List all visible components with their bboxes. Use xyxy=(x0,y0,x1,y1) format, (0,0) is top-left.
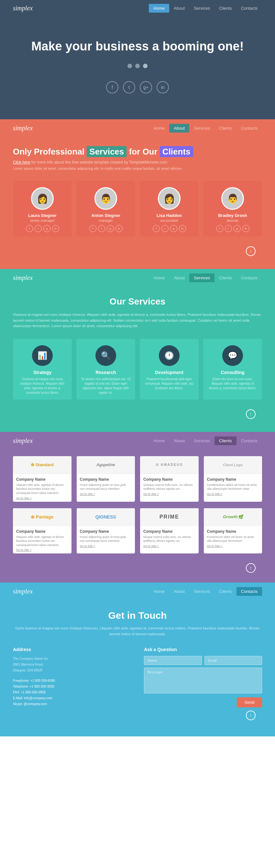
about-nav-links: Home About Services Clients Contacts xyxy=(149,124,262,132)
contacts-nav-contacts[interactable]: Contacts xyxy=(237,587,262,596)
clients-nav-clients[interactable]: Clients xyxy=(215,436,237,445)
team-fb-2[interactable]: f xyxy=(89,225,97,232)
team-social-1: f t g in xyxy=(16,225,68,232)
service-desc-consulting: Etiam dui eros na non nunc. Aliquam nibh… xyxy=(207,377,258,391)
team-gp-2[interactable]: g xyxy=(107,225,114,232)
about-nav-about[interactable]: About xyxy=(169,124,189,132)
dot-2[interactable] xyxy=(135,64,140,68)
team-gp-4[interactable]: g xyxy=(233,225,241,232)
team-gp-3[interactable]: g xyxy=(170,225,177,232)
contacts-scroll-up-button[interactable]: ↑ xyxy=(246,711,255,720)
name-input[interactable] xyxy=(144,656,202,665)
about-nav-clients[interactable]: Clients xyxy=(215,124,237,132)
nav-home[interactable]: Home xyxy=(149,4,169,12)
nav-clients[interactable]: Clients xyxy=(215,4,237,12)
services-nav-about[interactable]: About xyxy=(169,274,189,282)
services-nav-contacts[interactable]: Contacts xyxy=(237,274,262,282)
client-link-amadeus[interactable]: Go to Site > xyxy=(143,492,195,496)
submit-button[interactable]: Send xyxy=(237,697,262,707)
services-nav-services[interactable]: Services xyxy=(189,274,215,282)
team-role-1: senior manager xyxy=(16,219,68,222)
client-name-standard: Company Name xyxy=(16,477,68,482)
client-card-qioness: QIONESS Company Name Fusce adipiscing qu… xyxy=(77,508,135,554)
clients-nav-about[interactable]: About xyxy=(169,436,189,445)
team-tw-2[interactable]: t xyxy=(98,225,105,232)
clients-logo: simplex xyxy=(13,437,33,444)
team-role-4: director xyxy=(207,219,259,222)
nav-services[interactable]: Services xyxy=(189,4,215,12)
team-in-2[interactable]: in xyxy=(115,225,122,232)
clients-scroll-up-button[interactable]: ↑ xyxy=(246,563,255,573)
services-nav-home[interactable]: Home xyxy=(149,274,169,282)
client-card-standard: ⊕ Standard Company Name Aliquam nibh ant… xyxy=(13,456,72,502)
clients-nav-home[interactable]: Home xyxy=(149,436,169,445)
team-tw-1[interactable]: t xyxy=(35,225,42,232)
team-avatar-3: 👩 xyxy=(158,187,181,210)
research-icon: 🔍 xyxy=(95,345,116,366)
about-nav-home[interactable]: Home xyxy=(149,124,169,132)
contacts-nav-home[interactable]: Home xyxy=(149,587,169,596)
client-info-agapeline: Company Name Fusce adipiscing quam id ri… xyxy=(77,474,135,498)
contacts-nav-services[interactable]: Services xyxy=(189,587,215,596)
client-desc-standard: Aliquam nibh ante, egestas id dictum fau… xyxy=(16,483,68,495)
development-icon: 🕐 xyxy=(159,345,180,366)
dot-1[interactable] xyxy=(128,64,132,68)
contact-freephone: Freephone: +1 800 559-6090 xyxy=(13,678,131,684)
team-fb-4[interactable]: f xyxy=(216,225,223,232)
contacts-nav-links: Home About Services Clients Contacts xyxy=(149,587,262,596)
client-link-agapeline[interactable]: Go to Site > xyxy=(80,492,132,496)
service-card-development: 🕐 Development Praesent faucibusmal abit … xyxy=(140,339,199,400)
hero-content: Make your business a booming one! f t g+… xyxy=(0,17,275,119)
googleplus-icon[interactable]: g+ xyxy=(140,81,152,93)
clients-row-1: ⊕ Standard Company Name Aliquam nibh ant… xyxy=(13,456,262,502)
contacts-nav-clients[interactable]: Clients xyxy=(215,587,237,596)
team-fb-3[interactable]: f xyxy=(153,225,160,232)
about-nav-services[interactable]: Services xyxy=(189,124,215,132)
about-desc: Lorem ipsum dolor sit amet, consectetur … xyxy=(13,166,262,171)
team-grid: 👩 Laura Stegner senior manager f t g in … xyxy=(13,181,262,237)
client-desc-pantage: Oliquam nibh ante, egestas id dictum fau… xyxy=(16,535,68,547)
message-textarea[interactable] xyxy=(144,668,262,693)
client-link-prime[interactable]: Go to Site > xyxy=(143,545,195,548)
contact-skype: Skype: @company.com xyxy=(13,701,131,707)
about-scroll-up: ↑ xyxy=(13,243,262,259)
client-card-pantage: ⊛ Pantage Company Name Oliquam nibh ante… xyxy=(13,508,72,554)
nav-about[interactable]: About xyxy=(169,4,189,12)
services-nav-clients[interactable]: Clients xyxy=(215,274,237,282)
twitter-icon[interactable]: t xyxy=(123,81,135,93)
team-in-4[interactable]: in xyxy=(242,225,249,232)
client-link-qioness[interactable]: Go to Site > xyxy=(80,545,132,548)
nav-contacts[interactable]: Contacts xyxy=(237,4,262,12)
services-logo: simplex xyxy=(13,274,33,282)
client-link-pantage[interactable]: Go to Site > xyxy=(16,548,68,552)
client-info-qioness: Company Name Fusce adipiscing quam id ri… xyxy=(77,526,135,550)
client-link-clientlogo[interactable]: Go to Site > xyxy=(207,492,259,496)
facebook-icon[interactable]: f xyxy=(106,81,118,93)
contact-telephone-label: Telephone: xyxy=(13,685,29,688)
client-link-growth[interactable]: Go to Site > xyxy=(207,545,259,548)
team-tw-4[interactable]: t xyxy=(225,225,232,232)
dot-3[interactable] xyxy=(143,64,147,68)
client-link-standard[interactable]: Go to Site > xyxy=(16,497,68,500)
team-gp-1[interactable]: g xyxy=(43,225,51,232)
clients-nav-services[interactable]: Services xyxy=(189,436,215,445)
linkedin-icon[interactable]: in xyxy=(157,81,169,93)
client-name-qioness: Company Name xyxy=(80,529,132,534)
team-social-3: f t g in xyxy=(143,225,195,232)
services-scroll-up-button[interactable]: ↑ xyxy=(246,409,255,419)
team-social-4: f t g in xyxy=(207,225,259,232)
clients-nav-links: Home About Services Clients Contacts xyxy=(149,436,262,445)
client-desc-growth: Fuscerenum ablot vel lorem sit amet ulla… xyxy=(207,535,259,543)
clients-nav-contacts[interactable]: Contacts xyxy=(237,436,262,445)
contacts-nav-about[interactable]: About xyxy=(169,587,189,596)
scroll-up-button[interactable]: ↑ xyxy=(246,246,255,256)
contacts-scroll-up: ↑ xyxy=(13,707,262,727)
about-click-here-link[interactable]: Click here xyxy=(13,160,30,164)
about-nav-contacts[interactable]: Contacts xyxy=(237,124,262,132)
team-tw-3[interactable]: t xyxy=(161,225,169,232)
team-in-3[interactable]: in xyxy=(179,225,186,232)
team-fb-1[interactable]: f xyxy=(26,225,33,232)
email-input[interactable] xyxy=(204,656,263,665)
client-logo-qioness: QIONESS xyxy=(77,508,135,526)
team-in-1[interactable]: in xyxy=(52,225,59,232)
